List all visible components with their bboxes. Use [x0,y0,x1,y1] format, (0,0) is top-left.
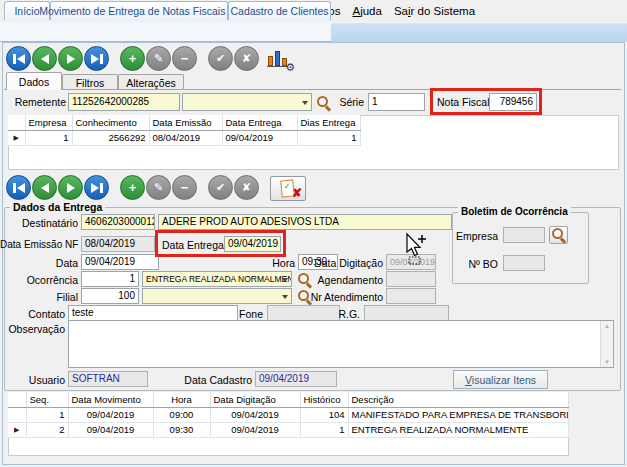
col-hora[interactable]: Hora [153,392,210,407]
observacao-label: Observação [0,323,65,335]
data-entrega-input[interactable]: 09/04/2019 [224,236,281,252]
entrega-insert-record-icon[interactable]: + [120,175,145,200]
insert-record-icon[interactable]: + [120,46,145,71]
agendamento-label: Agendamento [308,274,383,286]
subtab-divider [4,89,621,90]
entrega-last-record-icon[interactable] [84,175,109,200]
next-triangle [67,54,75,64]
pencil-glyph: ✎ [154,53,163,64]
remetente-input[interactable]: 11252642000285 [68,93,180,111]
entrega-first-record-icon[interactable] [6,175,31,200]
col-dias-entrega[interactable]: Dias Entrega [297,115,360,130]
col-data-entrega[interactable]: Data Entrega [222,115,297,130]
entrega-edit-record-icon[interactable]: ✎ [146,175,171,200]
filial-codigo-input[interactable]: 100 [81,288,139,304]
data-input[interactable]: 09/04/2019 [81,254,159,270]
rg-input [364,305,449,321]
observacao-scrollbar[interactable]: ▲ ▼ [600,321,613,367]
ocorrencia-codigo-input[interactable]: 1 [81,271,139,287]
check-glyph: ✔ [216,53,225,64]
nota-fiscal-input[interactable]: 789456 [489,93,537,111]
remetente-combo[interactable] [182,93,312,111]
tab-alteracoes-label: Alterações [126,77,176,89]
destinatario-label: Destinatário [0,217,78,229]
last-record-icon[interactable] [84,46,109,71]
last-bar [100,54,103,64]
minus-glyph: − [181,181,189,194]
menu-ajuda[interactable]: Ajuda [346,3,387,19]
tab-cadastro-clientes[interactable]: Cadastro de Clientes [228,1,331,20]
col-descricao[interactable]: Descrição [348,392,568,407]
first-record-icon[interactable] [6,46,31,71]
cancel-delivery-note-icon[interactable]: ✘ [270,176,306,201]
chevron-down-icon [282,278,288,282]
table-row[interactable]: ▶ 2 09/04/2019 09:30 09/04/2019 1 ENTREG… [8,422,568,437]
gear-icon: ⚙ [285,61,295,74]
col-data-digitacao[interactable]: Data Digitação [210,392,300,407]
serie-input[interactable]: 1 [368,93,425,111]
scroll-down-icon[interactable]: ▼ [601,359,613,365]
entrega-delete-record-icon[interactable]: − [172,175,197,200]
entrega-cancel-record-icon[interactable]: ✘ [234,175,259,200]
boletim-ocorrencia-group: Boletim de Ocorrência [452,212,589,284]
last-triangle [91,54,99,64]
next-record-icon[interactable] [58,46,83,71]
tab-strip-filler [331,23,627,42]
visualizar-itens-button[interactable]: Visualizar Itens [453,370,548,389]
edit-record-icon[interactable]: ✎ [146,46,171,71]
data-digitacao-label: Data Digitação [308,257,383,269]
filial-combo[interactable] [142,288,292,304]
red-x-glyph: ✘ [292,186,302,200]
data-cadastro-input: 09/04/2019 [255,371,337,387]
col-seq[interactable]: Seq. [26,392,68,407]
nr-atendimento-input [386,288,436,304]
ocorrencia-combo[interactable]: ENTREGA REALIZADA NORMALMENTE [142,271,292,287]
tab-movimento-entrega-label: Movimento de Entrega de Notas Fiscais [39,5,225,17]
first-triangle [17,54,25,64]
col-historico[interactable]: Histórico [300,392,348,407]
prior-record-icon[interactable] [32,46,57,71]
tab-cadastro-clientes-label: Cadastro de Clientes [230,5,328,17]
prior-triangle [41,183,49,193]
selector-cell [8,407,26,422]
menu-sair-do-sistema[interactable]: Sair do Sistema [388,3,481,19]
pencil-glyph: ✎ [154,182,163,193]
col-data-movimento[interactable]: Data Movimento [68,392,153,407]
visualizar-itens-label: Visualizar Itens [465,374,536,386]
usuario-label: Usuario [0,374,65,386]
rg-label: R.G. [328,308,360,320]
tab-filtros[interactable]: Filtros [62,74,118,90]
tab-dados-label: Dados [19,76,49,88]
search-empresa-button[interactable] [549,226,568,244]
scroll-up-icon[interactable]: ▲ [601,323,613,329]
entrega-prior-record-icon[interactable] [32,175,57,200]
post-record-icon[interactable]: ✔ [208,46,233,71]
col-conhecimento[interactable]: Conhecimento [72,115,149,130]
conhecimentos-grid: Empresa Conhecimento Data Emissão Data E… [8,115,361,146]
delete-record-icon[interactable]: − [172,46,197,71]
selected-row-icon: ▶ [8,130,25,145]
selected-row-icon: ▶ [8,422,26,437]
entrega-post-record-icon[interactable]: ✔ [208,175,233,200]
tab-filtros-label: Filtros [76,77,105,89]
tab-movimento-entrega[interactable]: Movimento de Entrega de Notas Fiscais × [50,1,228,20]
table-row[interactable]: 1 09/04/2019 09:00 09/04/2019 104 MANIFE… [8,407,568,422]
table-row[interactable]: ▶ 1 2566292 08/04/2019 09/04/2019 1 [8,130,360,145]
chart-config-icon[interactable]: ⚙ [266,47,293,71]
destinatario-nome-input[interactable]: ADERE PROD AUTO ADESIVOS LTDA [158,214,452,230]
first-bar [13,54,16,64]
col-empresa[interactable]: Empresa [25,115,72,130]
chart-bar [275,51,280,66]
entrega-next-record-icon[interactable] [58,175,83,200]
first-bar [13,183,16,193]
chevron-down-icon [302,101,308,105]
tab-alteracoes[interactable]: Alterações [118,74,184,90]
tab-dados[interactable]: Dados [6,72,62,90]
destinatario-codigo-input[interactable]: 46062030000123 [81,214,155,230]
movimentos-header-row: Seq. Data Movimento Hora Data Digitação … [8,392,568,407]
observacao-textarea[interactable]: ▲ ▼ [68,320,614,368]
cancel-record-icon[interactable]: ✘ [234,46,259,71]
plus-glyph: + [129,181,137,194]
contato-input[interactable]: teste [68,305,238,321]
col-data-emissao[interactable]: Data Emissão [149,115,222,130]
